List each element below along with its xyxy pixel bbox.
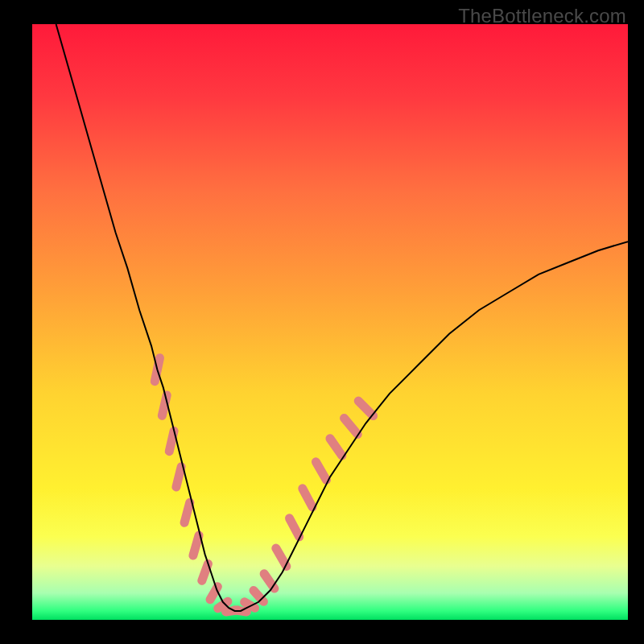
curve-layer bbox=[32, 24, 628, 620]
curve-marker bbox=[188, 530, 204, 561]
curve-marker bbox=[352, 394, 379, 422]
curve-marker bbox=[283, 512, 305, 543]
curve-marker bbox=[338, 412, 364, 440]
curve-marker bbox=[324, 432, 348, 462]
curve-marker bbox=[179, 497, 195, 529]
chart-frame: TheBottleneck.com bbox=[0, 0, 644, 644]
bottleneck-curve bbox=[56, 24, 628, 611]
marker-group bbox=[150, 353, 380, 617]
curve-marker bbox=[171, 461, 187, 493]
curve-marker bbox=[310, 456, 332, 486]
plot-area bbox=[32, 24, 628, 620]
